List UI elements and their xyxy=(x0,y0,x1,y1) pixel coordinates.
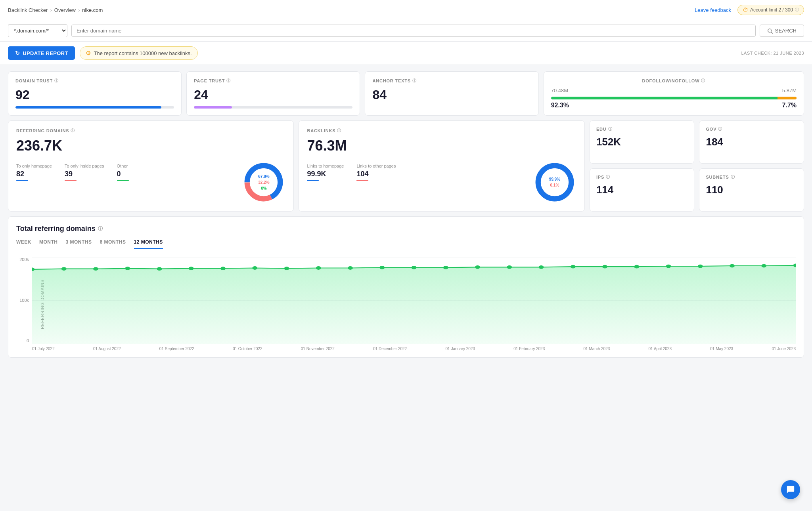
domain-trust-info-icon[interactable]: ⓘ xyxy=(54,78,59,84)
chart-info-icon[interactable]: ⓘ xyxy=(98,225,103,232)
backlinks-info-icon[interactable]: ⓘ xyxy=(337,128,341,133)
breadcrumb-middle[interactable]: Overview xyxy=(54,7,76,13)
action-bar: ↻ UPDATE REPORT ⚙ The report contains 10… xyxy=(0,42,812,65)
info-pill: ⚙ The report contains 100000 new backlin… xyxy=(80,46,197,60)
x-label-may: 01 May 2023 xyxy=(710,347,733,351)
chart-area-fill xyxy=(32,265,796,344)
gov-value: 184 xyxy=(706,136,797,148)
ref-sub-other-label: Other xyxy=(117,164,129,168)
ref-sub-inside-bar xyxy=(65,180,77,181)
tab-3months[interactable]: 3 MONTHS xyxy=(66,239,92,249)
backlinks-donut-labels: 99.9% 0.1% xyxy=(533,160,576,204)
subnets-label: SUBNETS ⓘ xyxy=(706,174,797,180)
chart-dot xyxy=(252,266,257,270)
second-row: REFERRING DOMAINS ⓘ 236.7K To only homep… xyxy=(8,120,804,212)
breadcrumb-sep1: › xyxy=(50,7,52,13)
chart-dot xyxy=(571,265,576,269)
dofollow-label: DOFOLLOW/NOFOLLOW ⓘ xyxy=(551,78,797,84)
anchor-texts-info-icon[interactable]: ⓘ xyxy=(412,78,417,84)
chart-dot xyxy=(443,266,448,269)
last-check-label: LAST CHECK: 21 JUNE 2023 xyxy=(741,51,804,55)
gov-info-icon[interactable]: ⓘ xyxy=(718,126,722,132)
donut-pct1: 67.8% xyxy=(258,174,269,179)
chart-y-axis: 200k 100k 0 xyxy=(16,257,32,351)
page-trust-bar xyxy=(194,106,352,109)
backlinks-sub-other: Links to other pages 104 xyxy=(356,164,396,181)
backlinks-left: Links to homepage 99.9K Links to other p… xyxy=(307,160,532,181)
backlinks-donut-pct2: 0.1% xyxy=(550,182,559,188)
backlinks-sub-homepage-value: 99.9K xyxy=(307,170,344,178)
dofollow-info-icon[interactable]: ⓘ xyxy=(701,78,705,84)
chart-dot xyxy=(634,265,639,269)
chart-section: Total referring domains ⓘ WEEK MONTH 3 M… xyxy=(8,216,804,358)
chart-dot xyxy=(602,265,607,269)
x-label-sep: 01 September 2022 xyxy=(159,347,194,351)
referring-domains-card: REFERRING DOMAINS ⓘ 236.7K To only homep… xyxy=(8,120,294,212)
x-label-apr: 01 April 2023 xyxy=(649,347,672,351)
account-limit-icon: ⏱ xyxy=(743,7,748,13)
anchor-texts-label: ANCHOR TEXTS ⓘ xyxy=(372,78,531,84)
search-input[interactable] xyxy=(71,25,756,37)
update-report-button[interactable]: ↻ UPDATE REPORT xyxy=(8,46,75,60)
chart-inner: REFERRING DOMAINS xyxy=(32,257,796,351)
backlinks-sub-homepage: Links to homepage 99.9K xyxy=(307,164,344,181)
breadcrumb: Backlink Checker › Overview › nike.com xyxy=(8,7,103,13)
chart-dot xyxy=(730,264,735,268)
gov-label: GOV ⓘ xyxy=(706,126,797,132)
backlinks-inner: Links to homepage 99.9K Links to other p… xyxy=(307,160,576,204)
chart-dot xyxy=(316,266,321,270)
x-label-jul: 01 July 2022 xyxy=(32,347,55,351)
edu-info-icon[interactable]: ⓘ xyxy=(608,126,613,132)
chart-dot xyxy=(220,267,226,270)
domain-trust-label: DOMAIN TRUST ⓘ xyxy=(15,78,174,84)
backlinks-donut: 99.9% 0.1% xyxy=(533,160,576,204)
chart-dot xyxy=(125,267,130,270)
backlinks-donut-pct1: 99.9% xyxy=(549,176,560,182)
subnets-card: SUBNETS ⓘ 110 xyxy=(699,168,804,212)
edu-card: EDU ⓘ 152K xyxy=(590,120,695,164)
search-button[interactable]: SEARCH xyxy=(760,25,804,37)
dofollow-green-bar xyxy=(551,97,778,99)
dofollow-header: 70.48M 5.87M xyxy=(551,88,797,93)
ref-sub-other: Other 0 xyxy=(117,164,129,181)
x-label-nov: 01 November 2022 xyxy=(301,347,335,351)
metrics-row: DOMAIN TRUST ⓘ 92 PAGE TRUST ⓘ 24 ANCHOR… xyxy=(8,71,804,116)
chart-title: Total referring domains ⓘ xyxy=(16,225,796,233)
main-content: DOMAIN TRUST ⓘ 92 PAGE TRUST ⓘ 24 ANCHOR… xyxy=(0,65,812,364)
y-label-100k: 100k xyxy=(16,298,29,303)
account-limit-text: Account limit 2 / 300 xyxy=(750,7,793,13)
breadcrumb-current: nike.com xyxy=(82,7,103,13)
tab-12months[interactable]: 12 MONTHS xyxy=(134,239,163,249)
backlinks-sub-other-label: Links to other pages xyxy=(356,164,396,168)
subnets-info-icon[interactable]: ⓘ xyxy=(731,174,735,180)
chart-dot xyxy=(475,265,480,269)
backlinks-sub-row: Links to homepage 99.9K Links to other p… xyxy=(307,164,532,181)
leave-feedback-link[interactable]: Leave feedback xyxy=(695,7,731,13)
breadcrumb-root[interactable]: Backlink Checker xyxy=(8,7,48,13)
ref-sub-inside-label: To only inside pages xyxy=(65,164,104,168)
chart-dot xyxy=(284,267,289,270)
dofollow-pcts: 92.3% 7.7% xyxy=(551,102,797,109)
page-trust-info-icon[interactable]: ⓘ xyxy=(226,78,231,84)
y-label-200k: 200k xyxy=(16,257,29,262)
ips-info-icon[interactable]: ⓘ xyxy=(606,174,610,180)
tab-week[interactable]: WEEK xyxy=(16,239,31,249)
referring-domains-info-icon[interactable]: ⓘ xyxy=(71,128,75,133)
chart-svg xyxy=(32,257,796,344)
page-trust-value: 24 xyxy=(194,88,352,102)
tab-month[interactable]: MONTH xyxy=(39,239,58,249)
referring-domains-donut-labels: 67.8% 32.2% 0% xyxy=(242,160,285,204)
chart-dot xyxy=(93,267,98,271)
domain-trust-card: DOMAIN TRUST ⓘ 92 xyxy=(8,71,182,116)
dofollow-left-value: 70.48M xyxy=(551,88,568,93)
x-label-dec: 01 December 2022 xyxy=(373,347,407,351)
domain-type-select[interactable]: *.domain.com/* xyxy=(8,24,67,37)
tab-6months[interactable]: 6 MONTHS xyxy=(100,239,126,249)
backlinks-label: BACKLINKS ⓘ xyxy=(307,128,576,133)
account-limit-info-icon: ⓘ xyxy=(795,7,799,13)
y-label-0: 0 xyxy=(16,338,29,343)
referring-domains-left: To only homepage 82 To only inside pages… xyxy=(16,160,242,181)
domain-trust-value: 92 xyxy=(15,88,174,102)
top-right: Leave feedback ⏱ Account limit 2 / 300 ⓘ xyxy=(695,5,804,15)
chart-dot xyxy=(348,266,353,270)
